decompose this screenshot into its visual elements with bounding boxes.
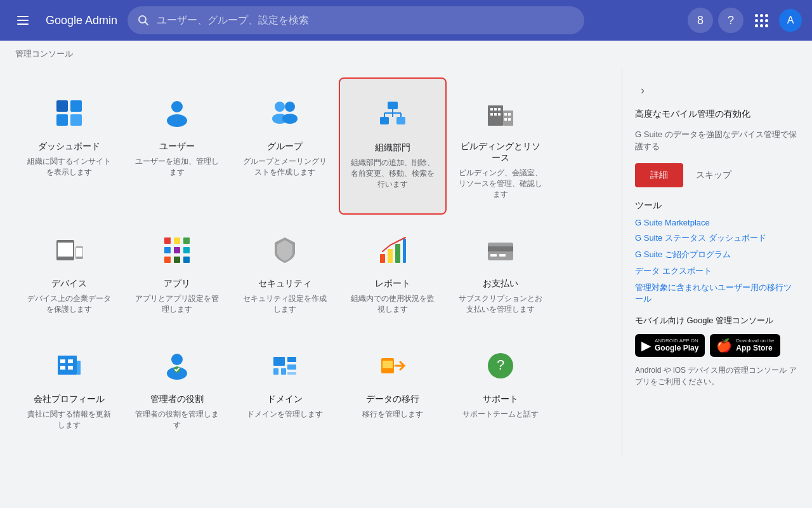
- google-play-small: ANDROID APP ON: [655, 338, 698, 344]
- grid-item-orgunits[interactable]: 組織部門組織部門の追加、削除、名前変更、移動、検索を行います: [339, 77, 447, 215]
- grid-item-buildings[interactable]: ビルディングとリソースビルディング、会議室、リソースを管理、確認します: [447, 77, 554, 215]
- reports-icon: [372, 230, 413, 271]
- svg-point-13: [285, 102, 295, 112]
- grid-item-admin[interactable]: 管理者の役割管理者の役割を管理します: [123, 330, 231, 446]
- tools-title: ツール: [635, 200, 799, 211]
- svg-rect-46: [183, 257, 190, 263]
- svg-point-61: [171, 354, 183, 365]
- svg-rect-44: [164, 257, 171, 263]
- svg-rect-71: [383, 361, 393, 368]
- svg-rect-1: [17, 20, 29, 21]
- billing-desc: サブスクリプションとお支払いを管理します: [457, 293, 544, 315]
- app-store-badge[interactable]: 🍎 Download on the App Store: [710, 334, 780, 357]
- devices-desc: デバイス上の企業データを保護します: [25, 293, 113, 315]
- svg-rect-57: [68, 359, 73, 363]
- store-badges: ▶ ANDROID APP ON Google Play 🍎 Download …: [635, 334, 799, 357]
- grid-item-users[interactable]: ユーザーユーザーを追加、管理します: [123, 77, 231, 215]
- buildings-desc: ビルディング、会議室、リソースを管理、確認します: [457, 168, 544, 199]
- menu-icon[interactable]: [10, 8, 36, 33]
- company-title: 会社プロフィール: [34, 394, 105, 405]
- svg-rect-69: [287, 372, 296, 375]
- search-bar[interactable]: [128, 6, 584, 34]
- svg-rect-58: [60, 366, 65, 370]
- google-play-badge[interactable]: ▶ ANDROID APP ON Google Play: [635, 334, 705, 357]
- detail-button[interactable]: 詳細: [635, 163, 683, 187]
- orgunits-desc: 組織部門の追加、削除、名前変更、移動、検索を行います: [350, 157, 435, 189]
- svg-rect-33: [508, 118, 511, 121]
- grid-item-dashboard[interactable]: ダッシュボード組織に関するインサイトを表示します: [15, 77, 123, 215]
- admin-title: 管理者の役割: [150, 394, 204, 405]
- groups-icon: [265, 93, 305, 133]
- company-icon: [49, 345, 89, 386]
- svg-rect-41: [164, 247, 171, 253]
- svg-rect-49: [395, 244, 400, 263]
- sidebar-link[interactable]: 管理対象に含まれないユーザー用の移行ツール: [635, 282, 799, 305]
- svg-rect-8: [70, 114, 82, 126]
- user-avatar[interactable]: A: [779, 9, 802, 32]
- svg-rect-6: [70, 100, 82, 112]
- sidebar-link[interactable]: G Suite ステータス ダッシュボード: [635, 232, 799, 244]
- svg-rect-27: [494, 113, 497, 116]
- svg-rect-48: [388, 249, 393, 263]
- search-input[interactable]: [157, 15, 574, 26]
- svg-point-11: [275, 102, 285, 112]
- grid-item-apps[interactable]: アプリアプリとアプリ設定を管理します: [123, 215, 231, 330]
- google-play-large: Google Play: [655, 344, 698, 352]
- grid-item-billing[interactable]: お支払いサブスクリプションとお支払いを管理します: [447, 215, 554, 330]
- reports-title: レポート: [375, 278, 410, 290]
- dashboard-desc: 組織に関するインサイトを表示します: [25, 156, 113, 178]
- search-icon: [138, 15, 149, 26]
- apps-button[interactable]: [749, 8, 774, 33]
- svg-rect-38: [164, 237, 171, 244]
- svg-rect-39: [174, 237, 180, 244]
- sidebar-link[interactable]: G Suite Marketplace: [635, 218, 799, 227]
- svg-line-4: [145, 22, 148, 25]
- grid-item-devices[interactable]: デバイスデバイス上の企業データを保護します: [15, 215, 123, 330]
- header-actions: 8 ? A: [688, 8, 802, 33]
- grid-item-reports[interactable]: レポート組織内での使用状況を監視します: [339, 215, 447, 330]
- sidebar-section-title: 高度なモバイル管理の有効化: [635, 108, 799, 121]
- svg-rect-67: [287, 357, 296, 362]
- sidebar-toggle[interactable]: ›: [630, 77, 655, 103]
- grid-item-support[interactable]: ? サポートサポートチームと話す: [447, 330, 554, 446]
- svg-rect-54: [499, 254, 506, 257]
- grid-item-domain[interactable]: ドメインドメインを管理します: [231, 330, 339, 446]
- svg-rect-26: [490, 113, 493, 116]
- svg-rect-43: [183, 247, 190, 253]
- sidebar-description: G Suite のデータを強固なデバイス管理で保護する: [635, 128, 799, 153]
- grid-item-migration[interactable]: データの移行移行を管理します: [339, 330, 447, 446]
- mobile-title: モバイル向け Google 管理コンソール: [635, 315, 799, 326]
- migration-icon: [372, 345, 413, 386]
- buildings-icon: [480, 93, 521, 133]
- sidebar-actions: 詳細 スキップ: [635, 163, 799, 187]
- svg-rect-17: [396, 117, 405, 124]
- sidebar-link[interactable]: データ エクスポート: [635, 265, 799, 277]
- buildings-title: ビルディングとリソース: [457, 141, 544, 164]
- admin-desc: 管理者の役割を管理します: [133, 409, 221, 431]
- skip-button[interactable]: スキップ: [691, 163, 737, 187]
- grid-item-groups[interactable]: グループグループとメーリングリストを作成します: [231, 77, 339, 215]
- billing-title: お支払い: [483, 278, 518, 290]
- grid-item-security[interactable]: セキュリティセキュリティ設定を作成します: [231, 215, 339, 330]
- svg-rect-53: [490, 254, 497, 257]
- breadcrumb: 管理コンソール: [0, 41, 812, 67]
- security-desc: セキュリティ設定を作成します: [241, 293, 329, 315]
- dashboard-icon: [49, 93, 89, 133]
- svg-rect-68: [287, 364, 296, 370]
- app-logo: Google Admin: [46, 14, 117, 27]
- svg-rect-28: [498, 113, 501, 116]
- svg-rect-66: [281, 368, 286, 375]
- sidebar-content: 高度なモバイル管理の有効化 G Suite のデータを強固なデバイス管理で保護す…: [622, 108, 812, 387]
- svg-rect-60: [77, 361, 81, 375]
- sidebar-link[interactable]: G Suite ご紹介プログラム: [635, 249, 799, 260]
- apps-icon: [157, 230, 197, 271]
- app-store-large: App Store: [736, 344, 774, 352]
- svg-rect-7: [56, 114, 68, 126]
- security-title: セキュリティ: [258, 278, 311, 290]
- devices-icon: [49, 230, 89, 271]
- help-button[interactable]: ?: [718, 8, 743, 33]
- svg-rect-5: [56, 100, 68, 112]
- grid-item-company[interactable]: 会社プロフィール貴社に関する情報を更新します: [15, 330, 123, 446]
- support-button[interactable]: 8: [688, 8, 713, 33]
- security-icon: [265, 230, 305, 271]
